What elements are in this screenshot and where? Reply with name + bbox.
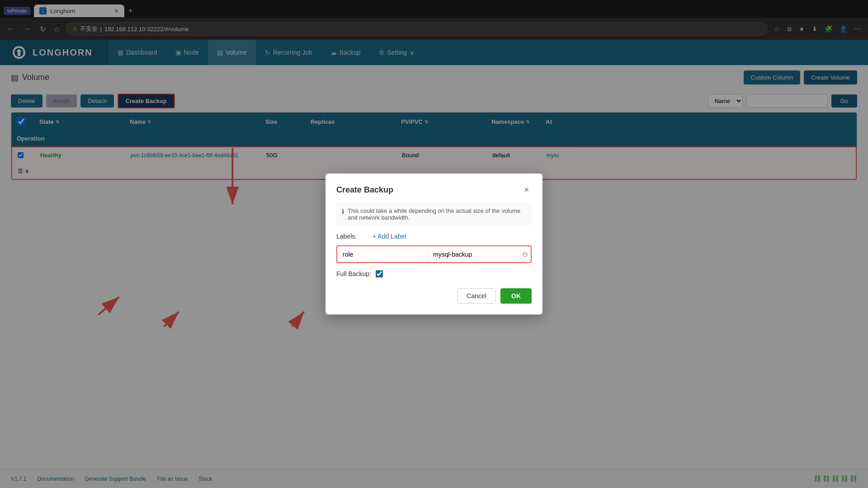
full-backup-row: Full Backup: bbox=[336, 270, 532, 277]
info-icon: ℹ bbox=[342, 208, 344, 215]
labels-label: Labels: bbox=[336, 233, 373, 240]
label-key-input[interactable] bbox=[337, 247, 428, 262]
modal-footer: Cancel OK bbox=[336, 288, 532, 304]
create-backup-modal: Create Backup × ℹ This could take a whil… bbox=[326, 174, 542, 314]
label-value-input[interactable] bbox=[428, 247, 518, 262]
modal-info-text: This could take a while depending on the… bbox=[348, 207, 526, 221]
full-backup-checkbox[interactable] bbox=[376, 270, 383, 277]
modal-overlay[interactable]: Create Backup × ℹ This could take a whil… bbox=[0, 0, 868, 488]
modal-close-button[interactable]: × bbox=[521, 184, 532, 196]
labels-row: Labels: + Add Label bbox=[336, 233, 532, 240]
cancel-button[interactable]: Cancel bbox=[457, 288, 496, 304]
ok-button[interactable]: OK bbox=[500, 288, 532, 304]
modal-header: Create Backup × bbox=[336, 184, 532, 196]
add-label-button[interactable]: + Add Label bbox=[373, 233, 406, 240]
modal-title: Create Backup bbox=[336, 185, 393, 195]
label-input-row: ⊖ bbox=[336, 245, 532, 263]
full-backup-label: Full Backup: bbox=[336, 270, 371, 277]
modal-info-box: ℹ This could take a while depending on t… bbox=[336, 203, 532, 225]
remove-label-button[interactable]: ⊖ bbox=[518, 246, 532, 262]
